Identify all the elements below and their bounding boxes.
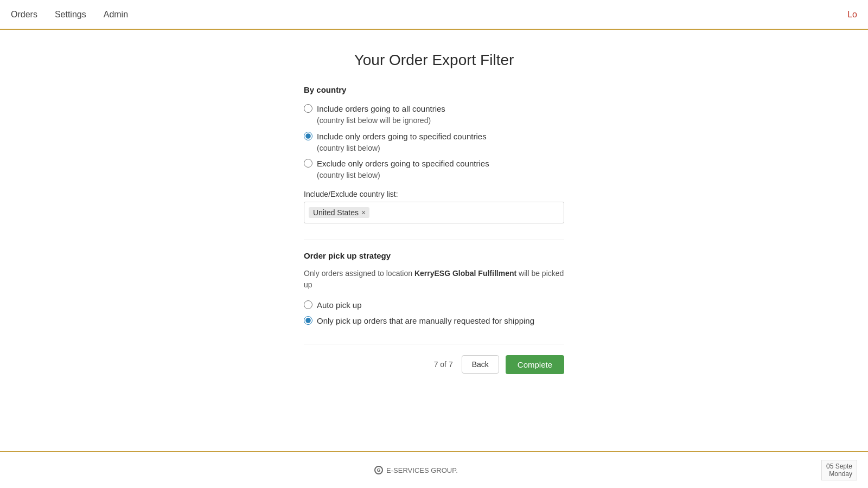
radio-auto-pickup[interactable]: Auto pick up bbox=[304, 298, 564, 312]
radio-exclude-specified[interactable]: Exclude only orders going to specified c… bbox=[304, 157, 564, 182]
radio-auto-pickup-input[interactable] bbox=[304, 300, 312, 309]
radio-all-countries-input[interactable] bbox=[304, 104, 312, 113]
complete-button[interactable]: Complete bbox=[506, 355, 564, 374]
by-country-section: By country Include orders going to all c… bbox=[304, 85, 564, 223]
header-nav: Orders Settings Admin bbox=[11, 10, 128, 20]
radio-manual-pickup[interactable]: Only pick up orders that are manually re… bbox=[304, 314, 564, 328]
location-name: KerryESG Global Fulfillment bbox=[414, 269, 516, 278]
radio-auto-pickup-label: Auto pick up bbox=[317, 299, 362, 311]
pickup-radio-group: Auto pick up Only pick up orders that ar… bbox=[304, 298, 564, 328]
footer-brand: G E-SERVICES GROUP. bbox=[11, 466, 821, 474]
back-button[interactable]: Back bbox=[462, 355, 499, 374]
country-list-label: Include/Exclude country list: bbox=[304, 190, 564, 198]
radio-all-countries[interactable]: Include orders going to all countries (c… bbox=[304, 102, 564, 127]
header: Orders Settings Admin Lo bbox=[0, 0, 868, 30]
radio-include-specified-input[interactable] bbox=[304, 132, 312, 140]
country-input-box[interactable]: United States × bbox=[304, 202, 564, 223]
pickup-strategy-section: Order pick up strategy Only orders assig… bbox=[304, 251, 564, 328]
radio-exclude-specified-label: Exclude only orders going to specified c… bbox=[317, 158, 489, 181]
page-indicator: 7 of 7 bbox=[434, 360, 453, 369]
footer-datetime: 05 Septe Monday bbox=[821, 460, 857, 480]
country-radio-group: Include orders going to all countries (c… bbox=[304, 102, 564, 182]
nav-orders[interactable]: Orders bbox=[11, 10, 37, 20]
radio-manual-pickup-input[interactable] bbox=[304, 316, 312, 325]
footer-day: Monday bbox=[826, 470, 852, 478]
pickup-description: Only orders assigned to location KerryES… bbox=[304, 268, 564, 291]
nav-footer: 7 of 7 Back Complete bbox=[304, 344, 564, 374]
by-country-title: By country bbox=[304, 85, 564, 94]
brand-icon: G bbox=[374, 466, 383, 474]
logout-link[interactable]: Lo bbox=[847, 10, 857, 20]
main-content: Your Order Export Filter By country Incl… bbox=[0, 30, 868, 451]
radio-all-countries-label: Include orders going to all countries (c… bbox=[317, 103, 445, 126]
country-tag-label: United States bbox=[313, 208, 359, 217]
brand-name: E-SERVICES GROUP. bbox=[386, 466, 458, 474]
footer-date: 05 Septe bbox=[826, 463, 852, 470]
nav-settings[interactable]: Settings bbox=[55, 10, 86, 20]
radio-include-specified-label: Include only orders going to specified c… bbox=[317, 131, 487, 154]
footer: G E-SERVICES GROUP. 05 Septe Monday bbox=[0, 451, 868, 488]
radio-manual-pickup-label: Only pick up orders that are manually re… bbox=[317, 315, 534, 326]
nav-admin[interactable]: Admin bbox=[104, 10, 128, 20]
form-container: By country Include orders going to all c… bbox=[304, 85, 564, 374]
radio-exclude-specified-input[interactable] bbox=[304, 159, 312, 168]
country-tag-us: United States × bbox=[309, 207, 369, 218]
page-title: Your Order Export Filter bbox=[354, 52, 514, 69]
pickup-strategy-title: Order pick up strategy bbox=[304, 251, 564, 260]
radio-include-specified[interactable]: Include only orders going to specified c… bbox=[304, 130, 564, 155]
country-tag-remove[interactable]: × bbox=[361, 209, 366, 216]
section-divider bbox=[304, 240, 564, 240]
